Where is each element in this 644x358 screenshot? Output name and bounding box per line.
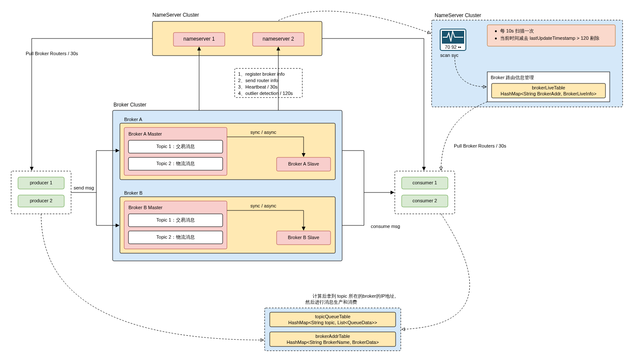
topic-queue-l1: topicQueueTable bbox=[315, 314, 351, 319]
bottom-title-1: 计算后拿到 topic 所在的broker的IP地址, bbox=[313, 293, 396, 299]
broker-cluster-title: Broker Cluster bbox=[113, 102, 146, 108]
consumer-2-label: consumer 2 bbox=[412, 198, 437, 203]
broker-a-topic1-label: Topic 1：交易消息 bbox=[156, 144, 195, 149]
producer-2-label: producer 2 bbox=[30, 198, 53, 203]
broker-a-title: Broker A bbox=[124, 117, 143, 122]
scan-rule-2: 当前时间减去 lastUpdateTimestamp > 120 剔除 bbox=[500, 36, 599, 41]
broker-b-topic2-label: Topic 2：物流消息 bbox=[156, 234, 195, 240]
broker-to-consumer-arrow bbox=[342, 151, 394, 192]
producer-1-label: producer 1 bbox=[30, 180, 53, 185]
ns2-to-consumer-arrow bbox=[441, 102, 487, 170]
consumer-1-label: consumer 1 bbox=[412, 180, 437, 185]
reg-note-4: 4、outlier detection / 120s bbox=[238, 91, 293, 96]
broker-a-sync-label: sync / async bbox=[250, 130, 277, 135]
consumer-to-bottom-arrow bbox=[402, 214, 470, 329]
reg-note-1: 1、register broker info bbox=[238, 71, 285, 77]
svg-point-3 bbox=[495, 30, 497, 32]
broker-b-topic1-label: Topic 1：交易消息 bbox=[156, 217, 195, 222]
broker-a-topic2-label: Topic 2：物流消息 bbox=[156, 161, 195, 166]
send-msg-label: send msg bbox=[74, 185, 94, 190]
ns-cluster-1-title: NameServer Cluster bbox=[152, 12, 199, 18]
broker-a-master-label: Broker A Master bbox=[128, 131, 162, 136]
broker-addr-l2: HashMap<String BrokerName, BrokerData> bbox=[286, 340, 379, 345]
broker-b-sync-label: sync / async bbox=[250, 203, 277, 208]
consume-msg-label: consume msg bbox=[371, 224, 400, 229]
broker-addr-l1: brokerAddrTable bbox=[316, 334, 350, 339]
ecg-icon: 70 92 •• bbox=[440, 29, 466, 50]
reg-note-2: 2、send router info bbox=[238, 78, 278, 83]
architecture-diagram: NameServer Cluster nameserver 1 nameserv… bbox=[0, 0, 644, 358]
pull-right-label: Pull Broker Routers / 30s bbox=[454, 143, 507, 148]
nameserver-2-label: nameserver 2 bbox=[262, 36, 294, 42]
broker-route-title: Broker 路由信息管理 bbox=[491, 75, 534, 80]
ns-cluster-2-title: NameServer Cluster bbox=[435, 12, 481, 18]
broker-live-table-l1: brokerLiveTable bbox=[532, 85, 565, 90]
reg-note-3: 3、Heartbeat / 30s bbox=[238, 84, 278, 89]
pull-left-label: Pull Broker Routers / 30s bbox=[26, 51, 78, 56]
nameserver-1-label: nameserver 1 bbox=[183, 36, 215, 42]
broker-b-slave-label: Broker B Slave bbox=[288, 235, 319, 240]
broker-live-table-l2: HashMap<String BrokerAddr, BrokerLiveInf… bbox=[501, 91, 596, 96]
scan-rule-1: 每 10s 扫描一次 bbox=[500, 28, 534, 33]
scan-svc-label: scan svc bbox=[440, 53, 459, 58]
svg-point-4 bbox=[495, 38, 497, 39]
broker-b-master-label: Broker B Master bbox=[128, 205, 163, 210]
svg-text:70  92  ••: 70 92 •• bbox=[445, 44, 461, 50]
topic-queue-l2: HashMap<String topic, List<QueueData>> bbox=[288, 320, 377, 325]
broker-b-title: Broker B bbox=[124, 190, 143, 195]
broker-b-to-consumer-arrow bbox=[342, 192, 364, 225]
bottom-title-2: 然后进行消息生产和消费 bbox=[305, 299, 357, 305]
broker-a-slave-label: Broker A Slave bbox=[288, 161, 319, 166]
